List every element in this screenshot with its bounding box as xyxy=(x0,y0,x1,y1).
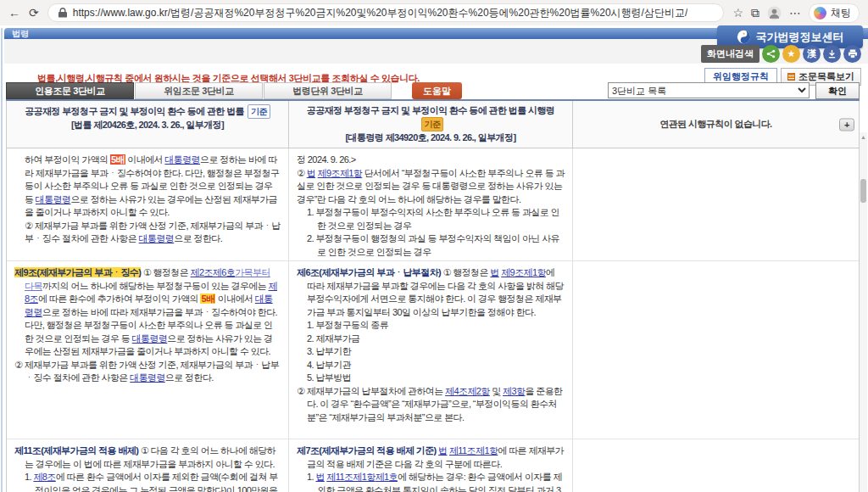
address-bar[interactable]: https://www.law.go.kr/법령/공공재정%20부정청구%20금… xyxy=(47,3,725,22)
decree-cell: 제7조(제재부가금의 적용 배제 기준) 법 제11조제1항에 따른 제재부가금… xyxy=(289,439,573,492)
law-paragraph: 3. 납부기한 xyxy=(297,345,565,359)
law-link[interactable]: 제11조제1항 xyxy=(326,472,375,482)
law-link[interactable]: 대통령령 xyxy=(36,194,71,204)
law-link[interactable]: 제9조제1항 xyxy=(318,168,363,178)
law-paragraph: ② 제재부가금 부과를 위한 가액 산정 기준, 제재부가금의 부과ㆍ납부ㆍ징수… xyxy=(14,359,281,385)
law-link[interactable]: 대통령령 xyxy=(164,154,200,165)
section-label: 법령 xyxy=(12,29,29,38)
law-link[interactable]: 제9조제1항 xyxy=(501,267,546,277)
reload-icon[interactable]: ⟳ xyxy=(29,7,39,19)
law-link[interactable]: 제4조제2항 xyxy=(445,386,490,396)
law-link[interactable]: 법 xyxy=(307,168,315,178)
copilot-chat-label: 채팅 xyxy=(831,6,851,20)
profile-avatar[interactable] xyxy=(767,6,782,20)
law-link[interactable]: 법 xyxy=(315,472,324,482)
decree-cell: 정 2024. 9. 26.>② 법 제9조제1항 단서에서 “부정청구등이 사… xyxy=(289,148,573,260)
law-paragraph: 2. 부정청구등이 행정청의 과실 등 부정수익자의 책임이 아닌 사유로 인한… xyxy=(297,232,565,259)
rule-empty-message: 연관된 시행규칙이 없습니다. xyxy=(659,118,771,131)
article-title: 제11조(제재부가금의 적용 배제) xyxy=(14,445,138,456)
bookmark-star-icon[interactable]: ★ xyxy=(782,45,800,63)
law-link[interactable]: 제8조 xyxy=(33,472,55,482)
article-title: 제7조(제재부가금의 적용 배제 기준) xyxy=(297,445,437,456)
inner-scrollbar[interactable]: ▲ xyxy=(860,132,867,492)
law-paragraph: ② 법 제9조제1항 단서에서 “부정청구등이 사소한 부주의나 오류 등 과실… xyxy=(297,167,565,207)
table-row: 하여 부정이익 가액의 5배 이내에서 대통령령으로 정하는 바에 따라 제재부… xyxy=(7,148,859,261)
share-glyph xyxy=(766,49,776,59)
browser-actions: ☆ ⧉ ⋯ 채팅 xyxy=(732,3,860,23)
table-row: 제9조(제재부가금의 부과ㆍ징수) ① 행정청은 제2조제6호가목부터 다목까지… xyxy=(7,261,859,439)
base-badge-law[interactable]: 기준 xyxy=(248,104,270,119)
search-highlight: 5배 xyxy=(200,294,215,304)
law-link[interactable]: 대통령령 xyxy=(132,333,168,344)
lock-icon xyxy=(58,8,67,18)
help-button[interactable]: 도움말 xyxy=(412,82,462,99)
law-paragraph: 1. 제8조에 따른 환수 금액에서 이자를 제외한 금액(수회에 걸쳐 부정이… xyxy=(14,471,281,492)
hanja-toggle-icon[interactable]: 漢 xyxy=(803,45,821,63)
law-link[interactable]: 법 xyxy=(490,267,498,277)
table-row: 제11조(제재부가금의 적용 배제) ① 다음 각 호의 어느 하나에 해당하는… xyxy=(7,439,859,492)
search-in-page-button[interactable]: 화면내검색 xyxy=(701,45,760,63)
law-link[interactable]: 법 xyxy=(438,445,447,456)
law-paragraph: 1. 법 제11조제1항제1호에 해당하는 경우: 환수 금액에서 이자를 제외… xyxy=(297,471,565,492)
law-paragraph: 2. 제재부가금 xyxy=(297,333,565,346)
favorite-star-icon[interactable]: ☆ xyxy=(732,7,743,19)
share-icon[interactable] xyxy=(762,45,780,63)
law-cell: 제11조(제재부가금의 적용 배제) ① 다음 각 호의 어느 하나에 해당하는… xyxy=(7,439,289,492)
copilot-chat-button[interactable]: 채팅 xyxy=(809,3,860,23)
back-icon[interactable]: ← xyxy=(8,7,20,19)
decree-title: 공공재정 부정청구 금지 및 부정이익 환수 등에 관한 법률 시행령 xyxy=(307,105,555,115)
law-paragraph: 1. 부정청구등이 부정수익자의 사소한 부주의나 오류 등 과실로 인한 것으… xyxy=(297,206,565,232)
download-glyph xyxy=(827,49,837,59)
law-link[interactable]: 대통령령 xyxy=(139,233,175,243)
tab-cited-articles[interactable]: 인용조문 3단비교 xyxy=(6,82,134,99)
browser-toolbar: ← ⟳ https://www.law.go.kr/법령/공공재정%20부정청구… xyxy=(0,0,868,25)
law-paragraph: 제11조(제재부가금의 적용 배제) ① 다음 각 호의 어느 하나에 해당하는… xyxy=(14,444,281,471)
app-root: ← ⟳ https://www.law.go.kr/법령/공공재정%20부정청구… xyxy=(0,0,868,492)
more-menu-icon[interactable]: ⋯ xyxy=(789,7,801,19)
law-link[interactable]: 제3항 xyxy=(503,386,525,396)
print-icon[interactable] xyxy=(843,45,861,63)
law-link[interactable]: 제1호 xyxy=(376,472,398,482)
page-tools: 화면내검색 ★ 漢 xyxy=(701,45,861,63)
law-cell: 하여 부정이익 가액의 5배 이내에서 대통령령으로 정하는 바에 따라 제재부… xyxy=(7,148,289,260)
column-header-rule: 연관된 시행규칙이 없습니다. + xyxy=(573,101,859,148)
three-way-comparison-table: 공공재정 부정청구 금지 및 부정이익 환수 등에 관한 법률기준 [법률 제2… xyxy=(6,101,860,492)
article-title: 제6조(제재부가금의 부과ㆍ납부절차) xyxy=(297,267,441,277)
site-logo-text: 국가법령정보센터 xyxy=(756,30,844,45)
download-icon[interactable] xyxy=(823,45,841,63)
law-paragraph: 1. 부정청구등의 종류 xyxy=(297,319,565,333)
article-list-label: 조문목록보기 xyxy=(798,70,854,83)
rule-cell-empty xyxy=(573,148,859,260)
law-link[interactable]: 대통령령 xyxy=(130,372,165,383)
copilot-icon xyxy=(814,7,826,20)
law-paragraph: 정 2024. 9. 26.> xyxy=(297,154,565,167)
scrollbar-thumb[interactable] xyxy=(860,179,866,203)
law-paragraph: 제6조(제재부가금의 부과ㆍ납부절차) ① 행정청은 법 제9조제1항에 따라 … xyxy=(297,266,565,319)
list-icon xyxy=(787,73,795,81)
law-link[interactable]: 제11조제1항 xyxy=(449,445,498,456)
law-title: 공공재정 부정청구 금지 및 부정이익 환수 등에 관한 법률 xyxy=(25,106,244,116)
confirm-button[interactable]: 확인 xyxy=(815,82,860,99)
law-paragraph: ② 제재부가금의 납부절차에 관하여는 제4조제2항 및 제3항을 준용한다. … xyxy=(297,385,565,425)
article-title: 제9조(제재부가금의 부과ㆍ징수) xyxy=(14,267,141,277)
law-cell: 제9조(제재부가금의 부과ㆍ징수) ① 행정청은 제2조제6호가목부터 다목까지… xyxy=(7,261,289,439)
law-paragraph: 4. 납부기관 xyxy=(297,359,565,372)
collections-icon[interactable]: ⧉ xyxy=(751,7,760,19)
search-highlight: 5배 xyxy=(110,154,125,165)
page-left-border xyxy=(1,28,3,492)
logo-swirl-icon xyxy=(737,30,751,44)
decree-subtitle: [대통령령 제34920호, 2024. 9. 26., 일부개정] xyxy=(346,132,516,143)
decree-cell: 제6조(제재부가금의 부과ㆍ납부절차) ① 행정청은 법 제9조제1항에 따라 … xyxy=(289,261,573,439)
law-link[interactable]: 제2조제6호 xyxy=(191,267,236,277)
base-badge-decree[interactable]: 기준 xyxy=(421,117,444,131)
tab-law-unit[interactable]: 법령단위 3단비교 xyxy=(264,82,392,99)
tab-delegated-articles[interactable]: 위임조문 3단비교 xyxy=(135,82,263,99)
print-glyph xyxy=(848,49,858,59)
three-way-list-select[interactable]: 3단비교 목록 xyxy=(608,82,810,98)
column-header-decree: 공공재정 부정청구 금지 및 부정이익 환수 등에 관한 법률 시행령기준 [대… xyxy=(289,101,573,148)
law-paragraph: ② 제재부가금 부과를 위한 가액 산정 기준, 제재부가금의 부과ㆍ납부ㆍ징수… xyxy=(14,220,281,246)
scroll-up-icon[interactable]: ▲ xyxy=(860,134,867,141)
law-site: 법령 국가법령정보센터 화면내검색 ★ 漢 xyxy=(0,25,868,492)
expand-button[interactable]: + xyxy=(839,118,854,131)
comparison-tabs: 인용조문 3단비교 위임조문 3단비교 법령단위 3단비교 도움말 3단비교 목… xyxy=(6,83,860,101)
